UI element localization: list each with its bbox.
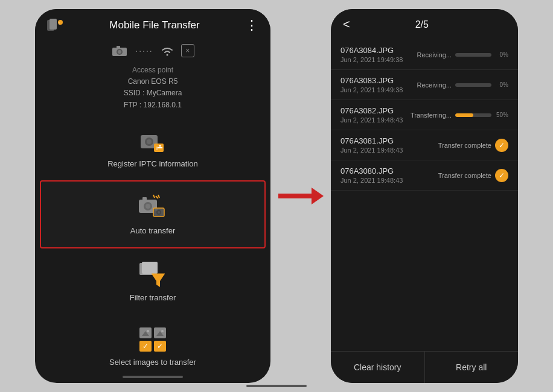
- close-connection-button[interactable]: ×: [181, 44, 194, 57]
- status-text: Receiving...: [417, 81, 452, 89]
- iptc-icon: i: [138, 130, 167, 154]
- progress-bar: [455, 83, 491, 87]
- arrow-shaft: [278, 194, 312, 198]
- camera-icon: [111, 44, 128, 57]
- app-title: Mobile File Transfer: [64, 19, 245, 31]
- menu-item-filter-transfer[interactable]: Filter transfer: [35, 248, 270, 314]
- menu-item-select-label: Select images to transfer: [109, 358, 196, 367]
- svg-text:i: i: [156, 145, 158, 151]
- progress-bar: [455, 53, 491, 57]
- header-left: !: [47, 19, 64, 32]
- transfer-item-info: 076A3082.JPG Jun 2, 2021 19:48:43: [340, 106, 403, 124]
- app-container: ! Mobile File Transfer ⋮ ·····: [0, 0, 553, 392]
- access-point-label: Access point: [47, 65, 258, 76]
- right-phone-header: < 2/5: [331, 9, 518, 37]
- app-icon: !: [47, 19, 64, 32]
- transfer-filename: 076A3083.JPG: [340, 76, 403, 85]
- left-phone: ! Mobile File Transfer ⋮ ·····: [35, 9, 270, 383]
- select-icon-wrap: ✓ ✓: [138, 326, 167, 353]
- menu-button[interactable]: ⋮: [245, 17, 258, 33]
- complete-check-icon: ✓: [495, 139, 508, 152]
- svg-text:✓: ✓: [142, 342, 149, 350]
- transfer-item: 076A3082.JPG Jun 2, 2021 19:48:43 Transf…: [331, 100, 518, 130]
- svg-point-8: [166, 54, 168, 56]
- transfer-status: Transfer complete ✓: [436, 169, 508, 182]
- device-info: Access point Canon EOS R5 SSID : MyCamer…: [35, 62, 270, 118]
- percent-text: 50%: [495, 112, 508, 118]
- svg-rect-19: [142, 197, 147, 200]
- status-text: Receiving...: [417, 51, 452, 58]
- arrow-container: [276, 188, 325, 204]
- svg-line-21: [158, 195, 159, 198]
- menu-item-auto-transfer[interactable]: Auto transfer: [40, 180, 266, 248]
- transfer-item: 076A3084.JPG Jun 2, 2021 19:49:38 Receiv…: [331, 40, 518, 70]
- clear-history-button[interactable]: Clear history: [331, 352, 425, 383]
- directional-arrow: [278, 188, 324, 204]
- transfer-date: Jun 2, 2021 19:49:38: [340, 56, 403, 63]
- wifi-icon: [161, 45, 174, 56]
- transfer-filename: 076A3084.JPG: [340, 46, 403, 55]
- transfer-item: 076A3080.JPG Jun 2, 2021 19:48:43 Transf…: [331, 160, 518, 191]
- left-phone-header: ! Mobile File Transfer ⋮: [35, 9, 270, 39]
- page-count: 2/5: [415, 19, 429, 30]
- transfer-item: 076A3083.JPG Jun 2, 2021 19:49:38 Receiv…: [331, 70, 518, 100]
- transfer-date: Jun 2, 2021 19:48:43: [340, 177, 403, 184]
- back-button[interactable]: <: [343, 17, 350, 31]
- transfer-filename: 076A3082.JPG: [340, 106, 403, 115]
- svg-point-40: [161, 330, 164, 332]
- transfer-item-info: 076A3080.JPG Jun 2, 2021 19:48:43: [340, 166, 403, 184]
- status-text: Transferring...: [411, 112, 452, 119]
- transfer-status: Transferring... 50%: [411, 112, 508, 119]
- select-images-icon: ✓ ✓: [138, 326, 167, 353]
- iptc-icon-wrap: i: [138, 130, 167, 154]
- svg-rect-14: [158, 147, 162, 148]
- retry-all-button[interactable]: Retry all: [425, 352, 519, 383]
- svg-point-11: [147, 139, 152, 144]
- svg-rect-1: [50, 19, 57, 30]
- percent-text: 0%: [495, 81, 508, 88]
- svg-point-38: [147, 330, 149, 332]
- arrow-head: [312, 188, 324, 204]
- menu-item-filter-label: Filter transfer: [130, 293, 176, 302]
- svg-marker-29: [152, 274, 165, 287]
- device-name: Canon EOS R5: [47, 76, 258, 87]
- status-text: Transfer complete: [438, 142, 491, 149]
- svg-line-22: [153, 195, 155, 198]
- transfer-list: 076A3084.JPG Jun 2, 2021 19:49:38 Receiv…: [331, 37, 518, 351]
- ftp-value: FTP : 192.168.0.1: [47, 100, 258, 111]
- transfer-item-info: 076A3081.JPG Jun 2, 2021 19:48:43: [340, 136, 403, 154]
- right-phone-footer: Clear history Retry all: [331, 351, 518, 383]
- progress-fill: [455, 113, 473, 117]
- status-text: Transfer complete: [438, 172, 491, 179]
- menu-item-register-iptc[interactable]: i Register IPTC information: [35, 118, 270, 180]
- svg-point-25: [158, 211, 160, 213]
- progress-bar: [455, 113, 491, 117]
- svg-point-6: [118, 50, 121, 54]
- transfer-item-info: 076A3083.JPG Jun 2, 2021 19:49:38: [340, 76, 403, 93]
- transfer-date: Jun 2, 2021 19:48:43: [340, 116, 403, 124]
- transfer-status: Transfer complete ✓: [436, 139, 508, 152]
- transfer-item: 076A3081.JPG Jun 2, 2021 19:48:43 Transf…: [331, 130, 518, 160]
- transfer-status: Receiving... 0%: [417, 81, 508, 89]
- svg-rect-28: [142, 262, 158, 274]
- svg-rect-7: [117, 46, 120, 48]
- filter-icon-wrap: [138, 261, 167, 288]
- transfer-item-info: 076A3084.JPG Jun 2, 2021 19:49:38: [340, 46, 403, 63]
- svg-line-20: [156, 196, 158, 198]
- right-phone: < 2/5 076A3084.JPG Jun 2, 2021 19:49:38 …: [331, 9, 518, 383]
- svg-text:✓: ✓: [157, 342, 163, 350]
- menu-item-auto-label: Auto transfer: [130, 226, 175, 235]
- connection-dots: ·····: [135, 46, 153, 55]
- filter-icon: [138, 261, 167, 288]
- svg-point-18: [145, 204, 150, 209]
- menu-item-iptc-label: Register IPTC information: [107, 159, 198, 168]
- transfer-filename: 076A3080.JPG: [340, 166, 403, 175]
- complete-check-icon: ✓: [495, 169, 508, 182]
- percent-text: 0%: [495, 51, 508, 58]
- transfer-date: Jun 2, 2021 19:49:38: [340, 86, 403, 93]
- transfer-status: Receiving... 0%: [417, 51, 508, 58]
- transfer-filename: 076A3081.JPG: [340, 136, 403, 145]
- svg-rect-15: [159, 145, 161, 147]
- auto-transfer-icon-wrap: [136, 194, 169, 221]
- menu-item-select-images[interactable]: ✓ ✓ Select images to transfer: [35, 314, 270, 379]
